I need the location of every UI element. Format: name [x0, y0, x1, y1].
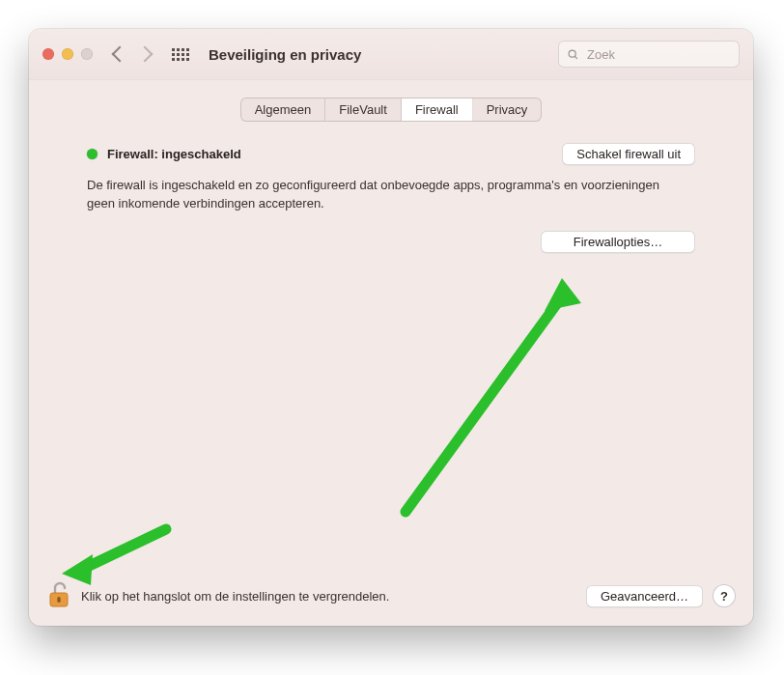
tab-general[interactable]: Algemeen [241, 98, 326, 121]
titlebar: Beveiliging en privacy [29, 29, 753, 80]
advanced-button[interactable]: Geavanceerd… [586, 585, 703, 607]
preferences-window: Beveiliging en privacy Algemeen FileVaul… [29, 29, 753, 626]
window-title: Beveiliging en privacy [209, 46, 361, 63]
firewall-pane: Firewall: ingeschakeld Schakel firewall … [29, 133, 753, 253]
window-controls [42, 48, 93, 60]
forward-button[interactable] [137, 46, 154, 63]
firewall-options-button[interactable]: Firewallopties… [541, 231, 695, 253]
firewall-description: De firewall is ingeschakeld en zo geconf… [58, 171, 695, 213]
help-button[interactable]: ? [713, 584, 736, 607]
svg-line-6 [81, 529, 166, 570]
svg-line-1 [574, 56, 577, 59]
svg-line-4 [406, 299, 560, 512]
close-window-button[interactable] [42, 48, 54, 60]
show-all-icon[interactable] [172, 48, 189, 61]
svg-marker-5 [545, 278, 581, 311]
back-button[interactable] [112, 46, 128, 63]
status-indicator-icon [87, 149, 98, 159]
tabs: Algemeen FileVault Firewall Privacy [240, 98, 543, 122]
lock-icon[interactable] [46, 581, 71, 610]
annotation-arrow-to-options [386, 270, 589, 521]
firewall-status-label: Firewall: ingeschakeld [107, 147, 241, 161]
tabs-row: Algemeen FileVault Firewall Privacy [29, 80, 753, 133]
zoom-window-button[interactable] [81, 48, 93, 60]
search-field[interactable] [558, 41, 740, 68]
tab-filevault[interactable]: FileVault [325, 98, 402, 121]
search-icon [567, 48, 579, 61]
svg-rect-3 [57, 597, 60, 603]
toggle-firewall-button[interactable]: Schakel firewall uit [562, 143, 695, 165]
firewall-status-row: Firewall: ingeschakeld Schakel firewall … [58, 137, 724, 171]
nav-arrows [114, 48, 151, 60]
tab-firewall[interactable]: Firewall [402, 98, 473, 121]
search-input[interactable] [585, 46, 731, 63]
lock-hint-text: Klik op het hangslot om de instellingen … [81, 589, 389, 604]
tab-privacy[interactable]: Privacy [473, 98, 542, 121]
svg-point-0 [569, 50, 575, 57]
bottom-bar: Klik op het hangslot om de instellingen … [29, 572, 753, 626]
minimize-window-button[interactable] [62, 48, 73, 60]
